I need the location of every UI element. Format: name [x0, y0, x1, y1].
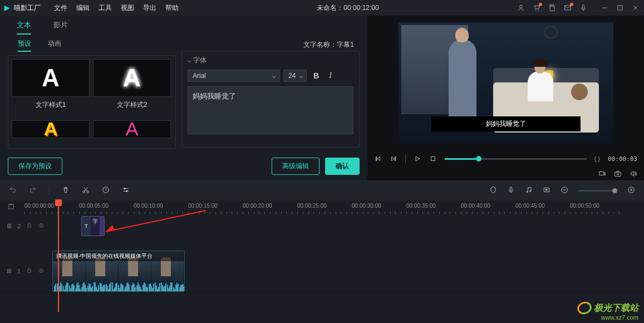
zoom-out-icon[interactable] [561, 186, 568, 196]
delete-icon[interactable] [62, 186, 70, 196]
svg-rect-10 [431, 157, 435, 161]
svg-point-22 [527, 191, 528, 192]
preset-thumb: A [12, 59, 90, 97]
mail-icon[interactable] [564, 4, 572, 12]
save-preset-button[interactable]: 保存为预设 [8, 158, 62, 175]
cut-icon[interactable] [82, 186, 90, 196]
save-icon[interactable] [548, 4, 556, 12]
playhead[interactable] [58, 200, 59, 312]
svg-point-23 [530, 190, 531, 192]
preset-style-3[interactable]: A [12, 120, 90, 145]
text-name-label: 文字名称： [303, 41, 337, 48]
font-section-title[interactable]: 字体 [188, 56, 353, 65]
marker-icon[interactable] [489, 186, 497, 196]
svg-rect-35 [28, 225, 31, 227]
preset-style-4[interactable]: A [93, 120, 171, 145]
timeline: 00:00:00:0000:00:05:0000:00:10:0000:00:1… [0, 200, 644, 293]
svg-rect-11 [599, 172, 604, 175]
video-clip-title: 腾讯视频-中国领先的在线视频媒体平台 [53, 251, 184, 261]
preset-label: 文字样式2 [93, 100, 171, 110]
svg-point-2 [538, 10, 539, 11]
time-display: 00:00:03 [608, 155, 637, 163]
preview-panel: 妈妈我睡觉了 { } 00:00:03 [367, 16, 644, 180]
svg-rect-7 [618, 6, 622, 10]
voiceover-icon[interactable] [507, 186, 515, 196]
zoom-slider[interactable] [578, 190, 617, 192]
text-properties: 文字名称：字幕1 字体 Arial 24 B I [181, 39, 360, 148]
subtitle-textarea[interactable] [188, 86, 353, 134]
menu-view[interactable]: 视图 [121, 3, 134, 13]
add-track-button[interactable] [0, 203, 22, 212]
minimize-icon[interactable] [601, 4, 608, 12]
svg-rect-4 [565, 6, 571, 10]
menu-file[interactable]: 文件 [54, 3, 67, 13]
ruler-mark: 00:00:00:00 [24, 203, 54, 209]
lock-icon[interactable] [26, 222, 32, 229]
ruler-mark: 00:00:35:00 [406, 203, 436, 209]
ruler-mark: 00:00:50:00 [570, 203, 599, 209]
history-icon[interactable] [102, 186, 110, 196]
watermark: 极光下载站 www.xz7.com [577, 302, 638, 321]
presets-column: 预设 动画 A 文字样式1 A 文字样式2 A [8, 39, 176, 148]
menu-export[interactable]: 导出 [143, 3, 156, 13]
advanced-edit-button[interactable]: 高级编辑 [272, 158, 319, 175]
preset-label: 文字样式1 [12, 100, 90, 110]
play-icon[interactable] [414, 155, 421, 163]
preset-style-1[interactable]: A 文字样式1 [12, 59, 90, 117]
video-preview[interactable]: 妈妈我睡觉了 [399, 22, 613, 144]
next-frame-icon[interactable] [390, 155, 397, 163]
prev-frame-icon[interactable] [374, 155, 382, 163]
mic-icon[interactable] [579, 4, 587, 12]
lock-icon[interactable] [26, 267, 32, 275]
time-ruler[interactable]: 00:00:00:0000:00:05:0000:00:10:0000:00:1… [22, 200, 644, 214]
redo-icon[interactable] [29, 186, 37, 196]
project-title: 未命名：00:00:12:00 [179, 3, 517, 13]
visibility-icon[interactable] [38, 222, 45, 230]
menu-help[interactable]: 帮助 [165, 3, 179, 13]
ruler-mark: 00:00:45:00 [515, 203, 545, 209]
progress-bar[interactable] [445, 158, 587, 160]
ruler-mark: 00:00:15:00 [188, 203, 218, 209]
tab-clip[interactable]: 影片 [53, 20, 68, 35]
settings-icon[interactable] [122, 186, 130, 196]
svg-rect-21 [510, 187, 512, 190]
preview-subtitle: 妈妈我睡觉了 [431, 116, 581, 131]
svg-point-20 [126, 190, 127, 192]
app-logo: ▶ [4, 4, 9, 12]
player-controls: { } 00:00:03 [367, 150, 644, 167]
confirm-button[interactable]: 确认 [325, 158, 360, 175]
subtab-animation[interactable]: 动画 [48, 39, 61, 52]
svg-point-36 [41, 224, 42, 226]
bold-button[interactable]: B [310, 70, 322, 81]
undo-icon[interactable] [9, 186, 17, 196]
font-size-select[interactable]: 24 [283, 70, 307, 82]
menu-edit[interactable]: 编辑 [76, 3, 90, 13]
volume-icon[interactable] [630, 170, 637, 178]
track-type-text-icon: ⊞ [7, 222, 12, 229]
visibility-icon[interactable] [38, 267, 45, 275]
subtab-preset[interactable]: 预设 [18, 39, 31, 52]
video-clip[interactable]: 腾讯视频-中国领先的在线视频媒体平台 [52, 251, 185, 292]
text-clip[interactable]: T 字 [81, 216, 105, 236]
main-menu: 文件 编辑 工具 视图 导出 帮助 [54, 3, 179, 13]
tab-text[interactable]: 文本 [17, 20, 31, 35]
ruler-mark: 00:00:25:00 [297, 203, 327, 209]
zoom-in-icon[interactable] [627, 186, 635, 196]
quality-icon[interactable] [598, 170, 606, 178]
maximize-icon[interactable] [616, 4, 624, 12]
preset-style-2[interactable]: A 文字样式2 [93, 59, 171, 117]
menu-tools[interactable]: 工具 [99, 3, 112, 13]
account-icon[interactable] [517, 4, 525, 12]
cart-icon[interactable] [533, 4, 540, 12]
text-name-value: 字幕1 [337, 41, 354, 48]
font-family-select[interactable]: Arial [188, 70, 280, 82]
track-number: 1 [17, 268, 21, 275]
close-icon[interactable] [632, 4, 640, 12]
audio-mixer-icon[interactable] [525, 186, 533, 196]
snapshot-icon[interactable] [614, 170, 622, 178]
stop-icon[interactable] [429, 155, 437, 163]
marker-braces[interactable]: { } [594, 155, 600, 162]
timeline-toolbar [0, 180, 644, 200]
render-icon[interactable] [543, 186, 550, 196]
italic-button[interactable]: I [326, 70, 335, 81]
